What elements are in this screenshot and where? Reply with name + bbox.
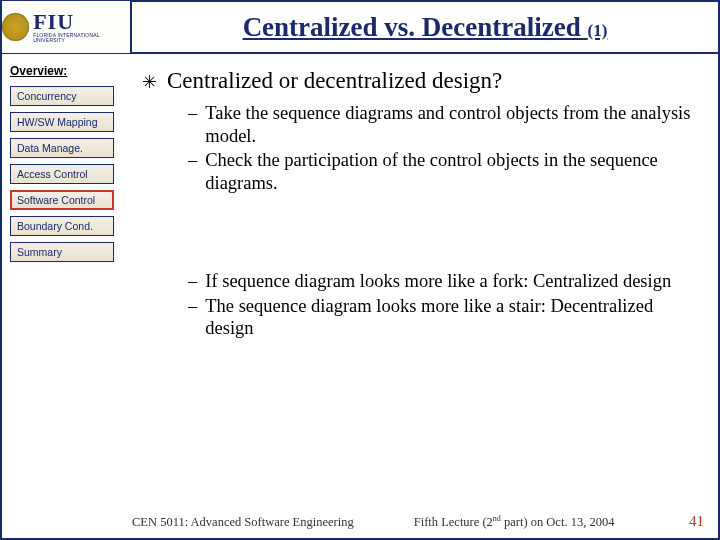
- sub-item: – Check the participation of the control…: [188, 149, 694, 194]
- logo-subtitle: FLORIDA INTERNATIONAL UNIVERSITY: [33, 33, 130, 43]
- sub-item-text: Check the participation of the control o…: [205, 149, 694, 194]
- slide: FIU FLORIDA INTERNATIONAL UNIVERSITY Cen…: [0, 0, 720, 540]
- sub-item: – Take the sequence diagrams and control…: [188, 102, 694, 147]
- page-number: 41: [689, 513, 704, 530]
- logo: FIU FLORIDA INTERNATIONAL UNIVERSITY: [2, 11, 130, 43]
- dash-icon: –: [188, 295, 197, 340]
- footer-course: CEN 5011: Advanced Software Engineering: [132, 515, 354, 530]
- sub-item: – The sequence diagram looks more like a…: [188, 295, 694, 340]
- sub-item-text: The sequence diagram looks more like a s…: [205, 295, 694, 340]
- footer-lecture: Fifth Lecture (2nd part) on Oct. 13, 200…: [414, 514, 615, 530]
- footer-lecture-post: part) on Oct. 13, 2004: [501, 515, 615, 529]
- slide-title: Centralized vs. Decentralized (1): [132, 12, 718, 43]
- footer-lecture-pre: Fifth Lecture (2: [414, 515, 493, 529]
- dash-icon: –: [188, 149, 197, 194]
- sidebar-item-summary[interactable]: Summary: [10, 242, 114, 262]
- dash-icon: –: [188, 102, 197, 147]
- title-main: Centralized vs. Decentralized: [243, 12, 588, 42]
- spacer: [142, 196, 694, 266]
- sidebar: Overview: Concurrency HW/SW Mapping Data…: [2, 54, 132, 538]
- sub-item: – If sequence diagram looks more like a …: [188, 270, 694, 293]
- logo-box: FIU FLORIDA INTERNATIONAL UNIVERSITY: [2, 1, 132, 53]
- logo-seal-icon: [2, 13, 29, 41]
- main-bullet: ✳ Centralized or decentralized design?: [142, 68, 694, 96]
- dash-icon: –: [188, 270, 197, 293]
- sidebar-item-data-manage[interactable]: Data Manage.: [10, 138, 114, 158]
- sidebar-item-software-control[interactable]: Software Control: [10, 190, 114, 210]
- footer: CEN 5011: Advanced Software Engineering …: [2, 514, 718, 530]
- slide-body: Overview: Concurrency HW/SW Mapping Data…: [2, 54, 718, 538]
- content-area: ✳ Centralized or decentralized design? –…: [132, 54, 718, 538]
- sub-item-text: If sequence diagram looks more like a fo…: [205, 270, 671, 293]
- title-suffix: (1): [588, 21, 608, 40]
- sidebar-item-boundary-cond[interactable]: Boundary Cond.: [10, 216, 114, 236]
- sub-list-2: – If sequence diagram looks more like a …: [188, 270, 694, 340]
- logo-acronym: FIU: [33, 11, 130, 33]
- footer-lecture-sup: nd: [493, 514, 501, 523]
- sidebar-item-access-control[interactable]: Access Control: [10, 164, 114, 184]
- headline-text: Centralized or decentralized design?: [167, 68, 502, 94]
- sidebar-item-concurrency[interactable]: Concurrency: [10, 86, 114, 106]
- title-bar: FIU FLORIDA INTERNATIONAL UNIVERSITY Cen…: [2, 2, 718, 54]
- sidebar-item-hwsw-mapping[interactable]: HW/SW Mapping: [10, 112, 114, 132]
- logo-text: FIU FLORIDA INTERNATIONAL UNIVERSITY: [33, 11, 130, 43]
- snowflake-icon: ✳: [142, 68, 157, 96]
- sub-list-1: – Take the sequence diagrams and control…: [188, 102, 694, 194]
- sidebar-heading: Overview:: [10, 64, 124, 78]
- sub-item-text: Take the sequence diagrams and control o…: [205, 102, 694, 147]
